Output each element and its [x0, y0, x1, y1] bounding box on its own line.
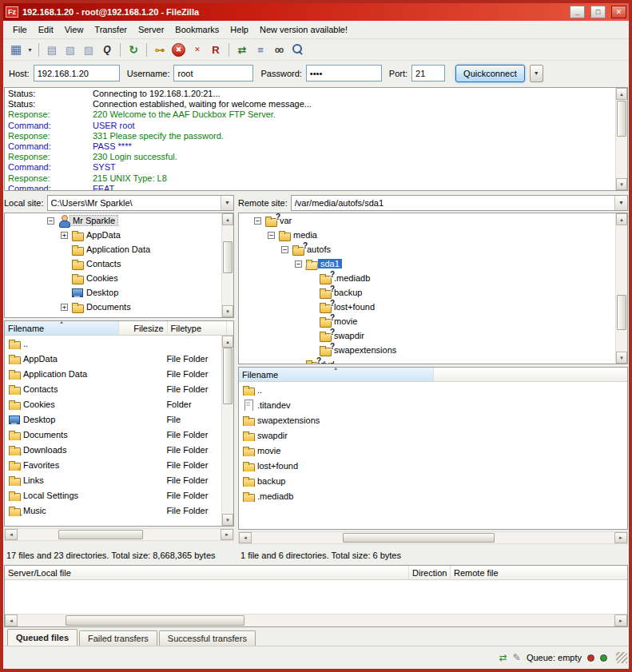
combo-dropdown-icon[interactable]: [221, 196, 233, 210]
find-button[interactable]: [288, 41, 306, 58]
site-manager-button[interactable]: ▦: [7, 41, 25, 58]
scroll-thumb[interactable]: [617, 101, 626, 137]
column-header-filename[interactable]: Filename: [5, 321, 119, 335]
file-row[interactable]: backup: [239, 473, 615, 488]
disconnect-button[interactable]: ✕: [189, 41, 206, 58]
scroll-down-icon[interactable]: [616, 352, 627, 364]
file-row[interactable]: DocumentsFile Folder: [5, 427, 221, 442]
file-row[interactable]: DesktopFile: [5, 412, 221, 427]
file-row[interactable]: ↓DownloadsFile Folder: [5, 442, 221, 457]
tree-expander-icon[interactable]: +: [61, 232, 68, 239]
file-row[interactable]: AppDataFile Folder: [5, 351, 221, 366]
tree-expander-icon[interactable]: −: [295, 260, 302, 268]
process-queue-button[interactable]: ⊶: [151, 41, 169, 58]
scroll-down-icon[interactable]: [222, 514, 233, 526]
site-manager-dropdown-button[interactable]: ▾: [26, 41, 34, 58]
menu-item-new-version-available[interactable]: New version available!: [254, 22, 353, 37]
file-row[interactable]: ContactsFile Folder: [5, 381, 221, 396]
file-row[interactable]: .mediadb: [239, 488, 615, 503]
scroll-left-icon[interactable]: [5, 614, 18, 626]
quickconnect-button[interactable]: Quickconnect: [455, 65, 525, 82]
tree-item[interactable]: −media: [239, 228, 615, 242]
tree-item[interactable]: ?backup: [239, 285, 615, 300]
tree-item[interactable]: Contacts: [5, 256, 221, 271]
username-input[interactable]: [173, 65, 253, 82]
remote-site-combo[interactable]: /var/media/autofs/sda1: [291, 195, 628, 211]
scroll-thumb[interactable]: [343, 533, 495, 543]
scroll-track[interactable]: [616, 225, 627, 352]
file-row[interactable]: ..: [239, 382, 615, 397]
queue-column-header-remote-file[interactable]: Remote file: [451, 566, 627, 579]
file-row[interactable]: ★FavoritesFile Folder: [5, 457, 221, 472]
tree-item[interactable]: ?swapdir: [239, 328, 615, 343]
tree-item[interactable]: ?swapextensions: [239, 343, 615, 357]
message-log-toggle-button[interactable]: ▤: [43, 41, 61, 58]
queue-toggle-button[interactable]: Q: [98, 41, 116, 58]
scroll-track[interactable]: [222, 225, 233, 305]
file-row[interactable]: Local SettingsFile Folder: [5, 487, 221, 503]
scroll-right-icon[interactable]: [221, 529, 233, 540]
file-row[interactable]: ..: [5, 336, 221, 351]
scroll-down-icon[interactable]: [222, 305, 233, 317]
tree-item[interactable]: +Documents: [5, 300, 221, 314]
password-input[interactable]: [306, 65, 382, 82]
refresh-button[interactable]: ↻: [125, 41, 142, 58]
tree-expander-icon[interactable]: −: [254, 217, 261, 225]
scroll-track[interactable]: [18, 614, 614, 626]
file-row[interactable]: swapextensions: [239, 412, 615, 427]
column-header-filename[interactable]: Filename: [239, 368, 434, 381]
queue-column-header-direction[interactable]: Direction: [409, 566, 451, 579]
cancel-button[interactable]: ✖: [172, 43, 185, 57]
scroll-thumb[interactable]: [617, 295, 626, 330]
scroll-right-icon[interactable]: [614, 532, 627, 543]
host-input[interactable]: [34, 65, 120, 82]
menu-item-bookmarks[interactable]: Bookmarks: [169, 22, 225, 37]
tree-item[interactable]: +AppData: [5, 228, 221, 242]
scroll-right-icon[interactable]: [614, 614, 627, 626]
scroll-thumb[interactable]: [66, 615, 244, 626]
tree-item[interactable]: −sda1: [239, 256, 615, 271]
combo-dropdown-icon[interactable]: [614, 196, 627, 210]
tree-item[interactable]: ?dvd: [239, 357, 615, 364]
tree-item[interactable]: −Mr Sparkle: [5, 213, 221, 228]
file-row[interactable]: .titandev: [239, 397, 615, 412]
scroll-thumb[interactable]: [223, 241, 233, 273]
scroll-thumb[interactable]: [223, 348, 233, 404]
menu-item-transfer[interactable]: Transfer: [89, 22, 133, 37]
comparison-button[interactable]: oo: [270, 41, 288, 58]
menu-item-help[interactable]: Help: [225, 22, 254, 37]
scroll-track[interactable]: [222, 348, 233, 514]
file-row[interactable]: CookiesFolder: [5, 396, 221, 412]
local-site-combo[interactable]: C:\Users\Mr Sparkle\: [47, 195, 234, 211]
tree-expander-icon[interactable]: −: [268, 232, 275, 239]
menu-item-view[interactable]: View: [59, 22, 89, 37]
tree-item[interactable]: −?autofs: [239, 242, 615, 256]
reconnect-button[interactable]: R: [207, 41, 225, 58]
minimize-button[interactable]: _: [570, 6, 585, 18]
file-row[interactable]: movie: [239, 443, 615, 458]
sync-browsing-button[interactable]: ⇄: [233, 41, 251, 58]
file-row[interactable]: ♪MusicFile Folder: [5, 503, 221, 518]
scroll-up-icon[interactable]: [222, 336, 233, 348]
scroll-down-icon[interactable]: [616, 178, 627, 190]
scroll-left-icon[interactable]: [5, 529, 18, 540]
tab-successful-transfers[interactable]: Successful transfers: [159, 630, 256, 646]
scroll-up-icon[interactable]: [616, 88, 627, 100]
tree-item[interactable]: −?var: [239, 213, 615, 228]
tree-item[interactable]: ?.mediadb: [239, 271, 615, 285]
close-button[interactable]: ✕: [611, 6, 626, 18]
tab-failed-transfers[interactable]: Failed transfers: [79, 630, 157, 646]
scroll-track[interactable]: [252, 532, 614, 543]
tree-item[interactable]: +Downloads: [5, 314, 221, 317]
tree-item[interactable]: ?movie: [239, 314, 615, 328]
scroll-up-icon[interactable]: [222, 213, 233, 225]
filter-button[interactable]: ≡: [252, 41, 269, 58]
menu-item-file[interactable]: File: [7, 22, 33, 37]
remote-tree-toggle-button[interactable]: ▨: [80, 41, 97, 58]
tree-item[interactable]: Desktop: [5, 285, 221, 300]
file-row[interactable]: Application DataFile Folder: [5, 366, 221, 381]
scroll-up-icon[interactable]: [616, 213, 627, 225]
file-row[interactable]: swapdir: [239, 427, 615, 443]
scroll-track[interactable]: [18, 529, 221, 540]
tree-expander-icon[interactable]: +: [61, 304, 68, 311]
